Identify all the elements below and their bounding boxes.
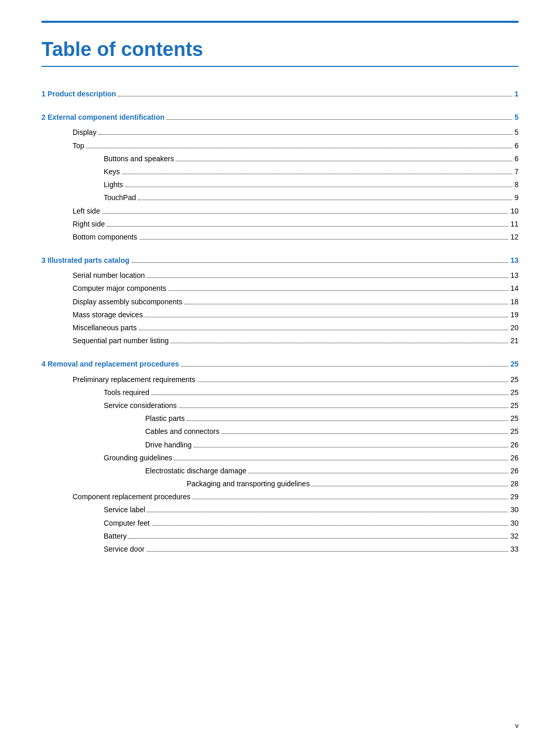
- entry-label-2.2.1: Buttons and speakers: [104, 152, 174, 165]
- toc-entry-3.6: Sequential part number listing21: [41, 334, 519, 347]
- entry-page-4.1.2: 25: [510, 399, 519, 412]
- entry-dots-4.2.2: [152, 525, 509, 526]
- toc-entry-1: 1 Product description1: [41, 88, 519, 101]
- entry-label-4.2.1: Service label: [104, 503, 145, 516]
- page-footer: v: [515, 722, 519, 729]
- entry-label-3.6: Sequential part number listing: [73, 334, 169, 347]
- entry-label-1: 1 Product description: [41, 88, 116, 101]
- entry-label-4.1.3: Grounding guidelines: [104, 452, 172, 465]
- toc-entry-2.2.3: Lights8: [41, 178, 519, 191]
- entry-label-4.1.2: Service considerations: [104, 399, 177, 412]
- toc-entry-4.1.3: Grounding guidelines26: [41, 452, 519, 465]
- entry-page-2.2.1: 6: [514, 152, 519, 165]
- entry-label-4: 4 Removal and replacement procedures: [41, 358, 179, 371]
- entry-page-2.2: 6: [514, 139, 519, 152]
- entry-page-4.1: 25: [510, 373, 519, 386]
- toc-entry-2: 2 External component identification5: [41, 111, 519, 124]
- entry-label-2.3: Left side: [73, 205, 100, 218]
- toc-entry-4.1.3.1: Electrostatic discharge damage26: [41, 465, 519, 477]
- entry-dots-4.1.3: [174, 460, 508, 460]
- entry-page-3.4: 19: [510, 308, 519, 321]
- entry-dots-4.1.3.1.1: [312, 486, 508, 486]
- entry-page-4.2.2: 30: [510, 517, 519, 530]
- entry-page-2.5: 12: [510, 231, 519, 244]
- toc-entry-2.5: Bottom components12: [41, 231, 519, 244]
- entry-dots-4.1.3.1: [248, 473, 508, 473]
- entry-page-4.1.3: 26: [510, 452, 519, 465]
- entry-page-3.6: 21: [510, 334, 519, 347]
- entry-label-2.4: Right side: [73, 218, 105, 231]
- entry-page-4.1.2.1: 25: [510, 412, 519, 425]
- entry-page-4.2.3: 32: [510, 530, 519, 543]
- entry-label-2: 2 External component identification: [41, 111, 164, 124]
- entry-label-2.2.3: Lights: [104, 178, 123, 191]
- entry-page-1: 1: [514, 88, 519, 101]
- toc-entry-2.2: Top6: [41, 139, 519, 152]
- entry-dots-4.2.3: [129, 538, 508, 539]
- page-title: Table of contents: [41, 38, 519, 67]
- entry-page-4.1.1: 25: [510, 386, 519, 399]
- toc-entry-2.2.4: TouchPad9: [41, 191, 519, 204]
- entry-label-2.2.2: Keys: [104, 165, 120, 178]
- toc-entry-2.2.2: Keys7: [41, 165, 519, 178]
- entry-dots-2.3: [102, 213, 508, 214]
- entry-page-4.1.2.3: 26: [510, 439, 519, 452]
- entry-label-4.1.3.1.1: Packaging and transporting guidelines: [187, 477, 310, 490]
- entry-dots-2: [166, 119, 512, 120]
- toc-entry-4.1.2: Service considerations25: [41, 399, 519, 412]
- entry-label-3.5: Miscellaneous parts: [73, 321, 137, 334]
- entry-page-2: 5: [514, 111, 519, 124]
- entry-dots-4.2.1: [147, 512, 508, 512]
- entry-dots-3.4: [145, 317, 508, 317]
- entry-page-2.2.2: 7: [514, 165, 519, 178]
- toc-entry-4.1.3.1.1: Packaging and transporting guidelines28: [41, 477, 519, 490]
- entry-dots-3.6: [171, 343, 508, 343]
- entry-page-2.1: 5: [514, 126, 519, 139]
- toc-entry-3.3: Display assembly subcomponents18: [41, 296, 519, 308]
- entry-label-2.2.4: TouchPad: [104, 191, 136, 204]
- entry-label-4.2.3: Battery: [104, 530, 127, 543]
- toc-entry-4.1.2.3: Drive handling26: [41, 439, 519, 452]
- entry-dots-2.2.1: [176, 161, 512, 161]
- entry-page-2.3: 10: [510, 205, 519, 218]
- entry-page-2.2.4: 9: [514, 191, 519, 204]
- entry-dots-2.2: [87, 148, 513, 148]
- toc-entry-4.2.4: Service door33: [41, 543, 519, 556]
- entry-page-2.4: 11: [510, 218, 519, 231]
- entry-dots-3.1: [147, 277, 508, 278]
- entry-label-2.1: Display: [73, 126, 96, 139]
- entry-label-3.3: Display assembly subcomponents: [73, 296, 183, 308]
- entry-page-4.2.1: 30: [510, 503, 519, 516]
- entry-label-4.1.2.2: Cables and connectors: [145, 425, 219, 438]
- toc-entry-3.5: Miscellaneous parts20: [41, 321, 519, 334]
- entry-page-4.2: 29: [510, 490, 519, 503]
- toc-entry-4.2.3: Battery32: [41, 530, 519, 543]
- entry-dots-2.2.3: [125, 187, 512, 187]
- entry-dots-2.2.4: [138, 200, 512, 200]
- toc-entry-2.2.1: Buttons and speakers6: [41, 152, 519, 165]
- entry-page-3.2: 14: [510, 282, 519, 295]
- entry-dots-4.2.4: [147, 551, 509, 552]
- entry-label-4.2: Component replacement procedures: [73, 490, 190, 503]
- toc-entry-4.2.2: Computer feet30: [41, 517, 519, 530]
- toc-entry-4: 4 Removal and replacement procedures25: [41, 358, 519, 371]
- toc-entry-4.1.1: Tools required25: [41, 386, 519, 399]
- entry-page-4: 25: [510, 358, 519, 371]
- toc-entry-2.3: Left side10: [41, 205, 519, 218]
- entry-page-2.2.3: 8: [514, 178, 519, 191]
- entry-label-4.2.2: Computer feet: [104, 517, 150, 530]
- entry-dots-3.2: [169, 290, 509, 291]
- entry-dots-3.5: [139, 330, 509, 330]
- toc-entry-4.2.1: Service label30: [41, 503, 519, 516]
- entry-page-4.1.3.1: 26: [510, 465, 519, 477]
- entry-label-4.1.2.1: Plastic parts: [145, 412, 185, 425]
- entry-page-3.3: 18: [510, 296, 519, 308]
- toc-entry-4.1: Preliminary replacement requirements25: [41, 373, 519, 386]
- entry-dots-2.4: [107, 226, 508, 227]
- entry-page-4.1.3.1.1: 28: [510, 477, 519, 490]
- entry-label-4.1: Preliminary replacement requirements: [73, 373, 195, 386]
- entry-dots-4.1.2: [179, 407, 509, 408]
- toc-content: 1 Product description12 External compone…: [41, 88, 519, 556]
- toc-entry-2.4: Right side11: [41, 218, 519, 231]
- entry-dots-4.1.2.2: [221, 433, 508, 434]
